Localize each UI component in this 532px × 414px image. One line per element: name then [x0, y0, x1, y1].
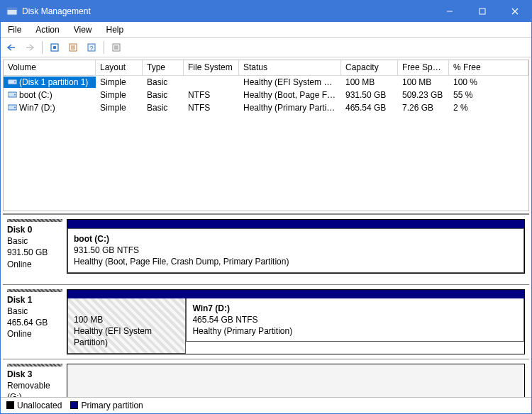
- back-button[interactable]: [3, 40, 20, 55]
- volume-icon: [8, 91, 17, 99]
- close-button[interactable]: [499, 1, 531, 22]
- svg-point-23: [14, 107, 16, 108]
- disk-partitions: [67, 359, 529, 398]
- disk-icon: [7, 364, 62, 367]
- volume-name: (Disk 1 partition 1): [4, 77, 96, 88]
- legend: Unallocated Primary partition: [1, 397, 531, 413]
- disk-label[interactable]: Disk 0 Basic 931.50 GB Online: [3, 215, 67, 284]
- legend-item-unallocated: Unallocated: [6, 401, 62, 410]
- disk-icon: [7, 219, 62, 222]
- partition-empty[interactable]: [67, 364, 525, 398]
- col-type[interactable]: Type: [143, 60, 184, 75]
- toolbar-separator: [42, 41, 43, 54]
- toolbar: ?: [1, 38, 531, 57]
- titlebar: Disk Management: [1, 1, 531, 22]
- settings-button[interactable]: [108, 40, 125, 55]
- volume-icon: [8, 78, 17, 86]
- volume-row[interactable]: boot (C:) Simple Basic NTFS Healthy (Boo…: [4, 89, 528, 101]
- svg-point-21: [14, 94, 16, 96]
- svg-rect-17: [114, 45, 118, 50]
- disk-graphical-view: Disk 0 Basic 931.50 GB Online boot (C:) …: [3, 213, 529, 397]
- volume-icon: [8, 103, 17, 111]
- properties-button[interactable]: [65, 40, 82, 55]
- disk-partitions: 100 MB Healthy (EFI System Partition) Wi…: [67, 285, 529, 359]
- col-pctfree[interactable]: % Free: [449, 60, 528, 75]
- disk-label[interactable]: Disk 1 Basic 465.64 GB Online: [3, 285, 67, 359]
- menu-help[interactable]: Help: [99, 23, 131, 37]
- svg-text:?: ?: [89, 45, 93, 52]
- col-filesystem[interactable]: File System: [184, 60, 239, 75]
- disk-row: Disk 1 Basic 465.64 GB Online 100 MB Hea…: [3, 285, 529, 359]
- svg-point-19: [14, 82, 16, 83]
- refresh-button[interactable]: [46, 40, 63, 55]
- col-free[interactable]: Free Spa...: [398, 60, 449, 75]
- disk-icon: [7, 289, 62, 292]
- partition-strip: 100 MB Healthy (EFI System Partition) Wi…: [67, 289, 525, 354]
- svg-rect-1: [7, 8, 17, 10]
- disk-label[interactable]: Disk 3 Removable (G:) No Media: [3, 359, 67, 398]
- minimize-button[interactable]: [433, 1, 466, 22]
- partition-header-bar: [186, 290, 524, 298]
- svg-rect-3: [480, 9, 485, 14]
- swatch-black: [6, 401, 14, 409]
- partition-header-bar: [67, 290, 186, 298]
- forward-button[interactable]: [21, 40, 38, 55]
- toolbar-separator: [104, 41, 104, 54]
- svg-rect-20: [8, 92, 17, 97]
- col-capacity[interactable]: Capacity: [341, 60, 398, 75]
- disk-row: Disk 0 Basic 931.50 GB Online boot (C:) …: [3, 215, 529, 285]
- svg-rect-9: [53, 46, 56, 49]
- legend-item-primary: Primary partition: [70, 401, 143, 410]
- volume-row[interactable]: Win7 (D:) Simple Basic NTFS Healthy (Pri…: [4, 101, 528, 114]
- menu-file[interactable]: File: [1, 23, 28, 37]
- partition-strip: boot (C:) 931.50 GB NTFS Healthy (Boot, …: [67, 219, 525, 274]
- menu-view[interactable]: View: [67, 23, 99, 37]
- maximize-button[interactable]: [466, 1, 499, 22]
- volume-list-body[interactable]: (Disk 1 partition 1) Simple Basic Health…: [4, 76, 528, 211]
- disk-row: Disk 3 Removable (G:) No Media: [3, 359, 529, 398]
- partition[interactable]: 100 MB Healthy (EFI System Partition): [67, 298, 186, 354]
- window: Disk Management File Action View Help ? …: [0, 0, 532, 414]
- menubar: File Action View Help: [1, 22, 531, 38]
- menu-action[interactable]: Action: [28, 23, 66, 37]
- window-title: Disk Management: [22, 6, 433, 16]
- volume-list-header: Volume Layout Type File System Status Ca…: [4, 60, 528, 76]
- volume-list: Volume Layout Type File System Status Ca…: [3, 60, 529, 211]
- svg-rect-18: [8, 79, 17, 84]
- volume-row[interactable]: (Disk 1 partition 1) Simple Basic Health…: [4, 76, 528, 89]
- partition[interactable]: Win7 (D:) 465.54 GB NTFS Healthy (Primar…: [186, 298, 524, 342]
- col-volume[interactable]: Volume: [4, 60, 96, 75]
- partition-header-bar: [67, 220, 524, 228]
- disk-partitions: boot (C:) 931.50 GB NTFS Healthy (Boot, …: [67, 215, 529, 284]
- swatch-navy: [70, 401, 78, 409]
- help-button[interactable]: ?: [83, 40, 100, 55]
- partition[interactable]: boot (C:) 931.50 GB NTFS Healthy (Boot, …: [67, 228, 524, 273]
- col-status[interactable]: Status: [239, 60, 341, 75]
- app-icon: [6, 6, 18, 17]
- volume-name: Win7 (D:): [4, 102, 96, 113]
- volume-name: boot (C:): [4, 89, 96, 101]
- svg-rect-22: [8, 105, 17, 110]
- col-layout[interactable]: Layout: [96, 60, 143, 75]
